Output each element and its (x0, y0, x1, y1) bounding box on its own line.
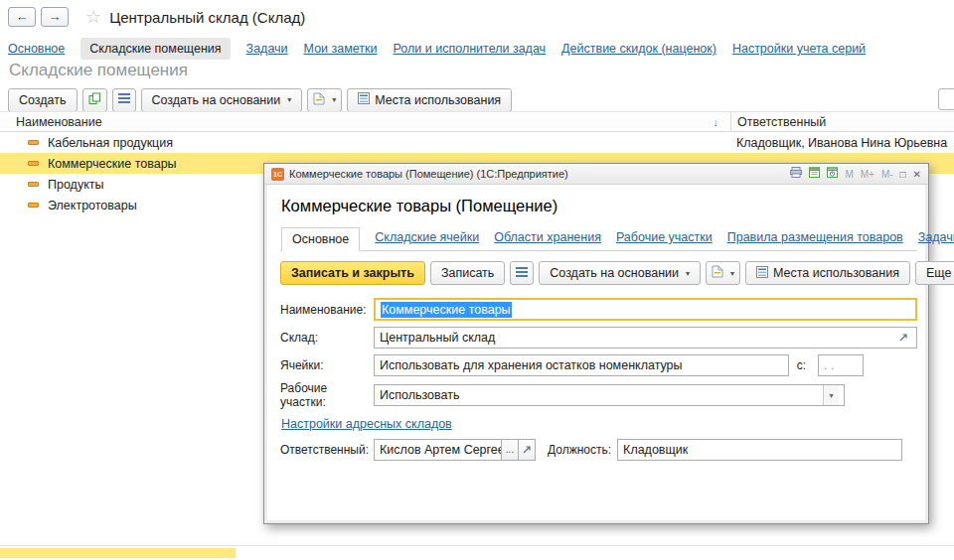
create-based-on-label: Создать на основании (152, 93, 281, 107)
room-item-icon (28, 140, 39, 145)
forward-button[interactable]: → (41, 7, 69, 27)
list-icon (118, 92, 130, 107)
address-warehouse-settings-link[interactable]: Настройки адресных складов (281, 417, 452, 431)
dialog-window-controls: М М+ М- □ ✕ (790, 167, 921, 181)
dialog-titlebar[interactable]: 1С Коммерческие товары (Помещение) (1С:П… (264, 164, 928, 185)
more-button[interactable]: Еще ▾ (915, 261, 954, 285)
column-responsible-label: Ответственный (737, 115, 826, 129)
dialog-tab-storage-areas[interactable]: Области хранения (494, 226, 601, 250)
section-tabs: Основное Складские помещения Задачи Мои … (0, 38, 954, 60)
dialog-toolbar: Записать и закрыть Записать Создать на о… (280, 261, 917, 285)
tab-roles-executors[interactable]: Роли и исполнители задач (394, 42, 547, 56)
usage-places-label: Места использования (375, 93, 501, 107)
date-from-field[interactable]: . . (818, 354, 864, 376)
chevron-down-icon: ▾ (287, 95, 291, 104)
app-window: ← → ☆ Центральный склад (Склад) Основное… (0, 0, 954, 560)
memory-button[interactable]: М (845, 169, 853, 180)
row-name: Кабельная продукция (48, 136, 173, 150)
warehouse-field[interactable]: Центральный склад (374, 327, 917, 349)
footer-divider (0, 545, 954, 546)
create-button[interactable]: Создать (8, 88, 78, 112)
search-input[interactable] (938, 88, 954, 110)
dialog-tab-work-areas[interactable]: Рабочие участки (616, 226, 713, 250)
print-icon[interactable] (790, 167, 802, 181)
name-label: Наименование: (280, 303, 374, 317)
row-name: Коммерческие товары (48, 157, 177, 171)
sort-desc-icon: ↓ (714, 116, 719, 128)
position-value: Кладовщик (623, 443, 688, 457)
room-dialog: 1С Коммерческие товары (Помещение) (1С:П… (263, 163, 929, 524)
topbar: ← → ☆ Центральный склад (Склад) (0, 0, 954, 34)
usage-places-label: Места использования (773, 266, 899, 280)
dialog-heading: Коммерческие товары (Помещение) (281, 197, 917, 215)
list-toolbar: Создать Создать на основании ▾ ▾ Места (8, 87, 512, 112)
chevron-down-icon: ▾ (686, 269, 690, 278)
calendar-icon[interactable] (809, 167, 820, 181)
usage-places-icon (358, 92, 370, 107)
position-label: Должность: (548, 443, 611, 457)
usage-places-button[interactable]: Места использования (745, 261, 910, 285)
choose-button[interactable]: ... (501, 439, 519, 461)
save-button[interactable]: Записать (430, 261, 505, 285)
dialog-title: Коммерческие товары (Помещение) (1С:Пред… (289, 168, 568, 180)
dropdown-chevron-icon[interactable]: ▾ (823, 385, 839, 405)
create-based-on-button[interactable]: Создать на основании ▾ (141, 88, 303, 112)
position-field[interactable]: Кладовщик (617, 439, 902, 461)
responsible-field[interactable]: Кислов Артем Сергеевич (374, 439, 502, 461)
list-settings-button[interactable] (510, 261, 534, 285)
cells-label: Ячейки: (280, 358, 374, 372)
chevron-down-icon: ▾ (730, 269, 734, 278)
table-row[interactable]: Кабельная продукция Кладовщик, Иванова Н… (0, 132, 954, 153)
table-header: Наименование ↓ Ответственный (0, 111, 954, 132)
column-header-responsible[interactable]: Ответственный (730, 112, 954, 131)
form-row-work-areas: Рабочие участки: Использовать ▾ (280, 381, 917, 409)
dialog-tabs: Основное Складские ячейки Области хранен… (280, 226, 917, 251)
create-based-on-button[interactable]: Создать на основании ▾ (539, 261, 701, 285)
row-name: Электротовары (48, 199, 137, 212)
name-field[interactable]: Коммерческие товары (374, 298, 917, 321)
dialog-tab-tasks[interactable]: Задачи (918, 226, 954, 250)
document-menu-button[interactable]: ▾ (307, 88, 342, 112)
usage-places-icon (756, 266, 768, 281)
create-based-on-label: Создать на основании (550, 266, 679, 280)
tab-my-notes[interactable]: Мои заметки (304, 42, 378, 56)
tab-warehouse-rooms[interactable]: Складские помещения (80, 38, 230, 60)
form-row-responsible: Ответственный: Кислов Артем Сергеевич ..… (280, 438, 917, 461)
close-icon[interactable]: ✕ (913, 169, 921, 180)
dialog-tab-placement-rules[interactable]: Правила размещения товаров (727, 226, 903, 250)
app-logo-icon: 1С (271, 168, 284, 181)
list-settings-button[interactable] (112, 88, 136, 112)
list-icon (516, 266, 528, 281)
column-header-name[interactable]: Наименование ↓ (0, 112, 730, 131)
calendar-clock-icon[interactable] (827, 167, 838, 181)
date-from-value: . . (824, 358, 834, 372)
responsible-label: Ответственный: (280, 443, 374, 457)
dialog-tab-main[interactable]: Основное (281, 227, 360, 251)
row-name: Продукты (48, 178, 103, 192)
tab-main[interactable]: Основное (8, 42, 65, 56)
memory-minus-button[interactable]: М- (881, 169, 893, 180)
warehouse-label: Склад: (280, 331, 374, 345)
save-and-close-button[interactable]: Записать и закрыть (280, 261, 425, 285)
copy-button[interactable] (82, 88, 107, 112)
cells-field[interactable]: Использовать для хранения остатков номен… (374, 354, 789, 376)
favorite-star-icon[interactable]: ☆ (85, 6, 101, 28)
maximize-icon[interactable]: □ (900, 169, 906, 180)
responsible-value: Кислов Артем Сергеевич (380, 443, 502, 457)
tab-discount-action[interactable]: Действие скидок (наценок) (561, 42, 716, 56)
usage-places-button[interactable]: Места использования (347, 88, 512, 112)
work-areas-field[interactable]: Использовать ▾ (374, 384, 845, 406)
tab-tasks[interactable]: Задачи (246, 42, 288, 56)
work-areas-value: Использовать (380, 388, 459, 402)
tab-series-settings[interactable]: Настройки учета серий (732, 42, 866, 56)
memory-plus-button[interactable]: М+ (861, 169, 874, 180)
dialog-tab-storage-cells[interactable]: Складские ячейки (375, 226, 479, 250)
open-link-icon[interactable] (895, 328, 911, 348)
name-value-selected: Коммерческие товары (381, 302, 512, 318)
document-menu-button[interactable]: ▾ (706, 261, 740, 285)
back-button[interactable]: ← (8, 7, 36, 27)
open-link-icon[interactable] (518, 439, 536, 461)
chevron-down-icon: ▾ (332, 95, 336, 104)
page-title: Центральный склад (Склад) (109, 9, 305, 26)
dialog-body: Коммерческие товары (Помещение) Основное… (267, 185, 925, 520)
